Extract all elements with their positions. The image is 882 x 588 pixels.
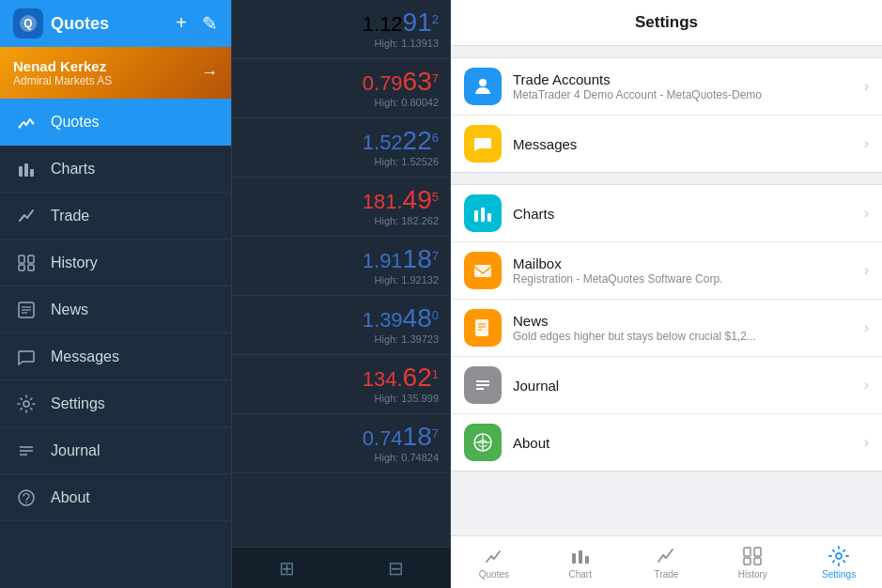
user-profile[interactable]: Nenad Kerkez Admiral Markets AS → (0, 47, 231, 99)
charts-content: Charts (513, 206, 864, 222)
settings-row-trade-accounts[interactable]: Trade Accounts MetaTrader 4 Demo Account… (451, 58, 882, 116)
tab-item-trade[interactable]: Trade (624, 541, 710, 583)
quote-sup-2: 7 (432, 71, 439, 85)
quote-sup-1: 2 (432, 12, 439, 26)
tab-settings-label: Settings (822, 569, 856, 580)
about-title: About (513, 435, 864, 451)
svg-rect-6 (30, 169, 34, 177)
settings-title: Settings (466, 13, 867, 32)
sidebar-item-journal[interactable]: Journal (0, 427, 231, 474)
tab-chart-icon (569, 545, 592, 567)
news-title: News (513, 313, 864, 329)
sidebar-item-journal-label: Journal (51, 442, 100, 459)
quote-integer-2: 0.79 (363, 71, 403, 95)
settings-icon (15, 393, 38, 415)
add-icon[interactable]: + (176, 12, 187, 35)
quote-pips-1: 91 (403, 8, 432, 37)
svg-text:Q: Q (23, 17, 32, 30)
news-arrow-icon: › (864, 319, 869, 336)
quotes-bar-icon-2[interactable]: ⊟ (388, 557, 404, 580)
tab-item-settings[interactable]: Settings (796, 541, 882, 583)
quotes-icon (15, 111, 38, 133)
svg-rect-26 (475, 319, 488, 336)
svg-rect-23 (481, 208, 485, 222)
sidebar-item-charts[interactable]: Charts (0, 146, 231, 193)
quote-item-8[interactable]: 0.74187 High: 0.74824 (232, 414, 450, 473)
svg-point-21 (479, 79, 487, 86)
mailbox-content: Mailbox Registration - MetaQuotes Softwa… (513, 255, 864, 286)
quote-item-5[interactable]: 1.91187 High: 1.92132 (232, 237, 450, 296)
svg-rect-25 (474, 265, 491, 277)
settings-group-2: Charts › Mailbox Registration - MetaQuot… (451, 184, 882, 472)
settings-row-journal[interactable]: Journal › (451, 357, 882, 414)
quote-item-6[interactable]: 1.39480 High: 1.39723 (232, 296, 450, 355)
charts-title: Charts (513, 206, 864, 222)
sidebar-item-history[interactable]: History (0, 240, 231, 286)
tab-quotes-label: Quotes (479, 569, 509, 580)
sidebar-item-history-label: History (51, 255, 98, 271)
mailbox-subtitle: Registration - MetaQuotes Software Corp. (513, 272, 864, 286)
sidebar-item-news[interactable]: News (0, 286, 231, 333)
tab-item-history[interactable]: History (709, 541, 796, 583)
sidebar-item-settings[interactable]: Settings (0, 380, 231, 427)
quote-pips-7: 62 (403, 363, 432, 392)
quote-sup-6: 0 (432, 308, 439, 322)
quote-item-2[interactable]: 0.79637 High: 0.80042 (232, 59, 450, 118)
quote-integer-6: 1.39 (363, 308, 403, 332)
sidebar-item-messages[interactable]: Messages (0, 333, 231, 380)
quotes-bar-icon-1[interactable]: ⊞ (279, 557, 295, 580)
svg-rect-4 (19, 166, 23, 177)
sidebar-item-messages-label: Messages (51, 348, 119, 365)
user-name: Nenad Kerkez (13, 58, 201, 74)
sidebar-item-quotes-label: Quotes (51, 114, 100, 131)
sidebar-header-icons: + ✎ (176, 12, 218, 35)
quote-item-4[interactable]: 181.495 High: 182.262 (232, 178, 450, 237)
sidebar-title: Quotes (51, 14, 109, 34)
user-arrow-icon: → (201, 63, 218, 83)
messages-title: Messages (513, 136, 864, 152)
sidebar-item-about[interactable]: About (0, 474, 231, 521)
quote-item-1[interactable]: 1.12912 High: 1.13913 (232, 0, 450, 59)
quote-pips-5: 18 (403, 244, 432, 273)
quote-price-7: 134.621 (363, 364, 439, 391)
sidebar-header: Q Quotes + ✎ (0, 0, 231, 47)
settings-row-about[interactable]: About › (451, 414, 882, 471)
settings-row-charts[interactable]: Charts › (451, 185, 882, 242)
sidebar-item-quotes[interactable]: Quotes (0, 99, 231, 146)
sidebar-item-trade[interactable]: Trade (0, 193, 231, 240)
quote-sup-3: 6 (432, 131, 439, 145)
tab-trade-label: Trade (655, 569, 679, 580)
mailbox-arrow-icon: › (864, 262, 869, 279)
settings-row-messages[interactable]: Messages › (451, 116, 882, 172)
mailbox-title: Mailbox (513, 255, 864, 271)
about-content: About (513, 435, 864, 451)
quote-item-3[interactable]: 1.52226 High: 1.52526 (232, 118, 450, 178)
settings-header: Settings (451, 0, 882, 46)
quote-high-4: High: 182.262 (375, 215, 440, 226)
journal-title: Journal (513, 378, 864, 394)
messages-icon (15, 346, 38, 368)
quotes-panel: 1.12912 High: 1.13913 0.79637 High: 0.80… (231, 0, 451, 588)
svg-rect-24 (487, 213, 491, 222)
quote-price-5: 1.91187 (363, 246, 439, 272)
tab-item-quotes[interactable]: Quotes (451, 541, 537, 583)
svg-rect-38 (585, 556, 589, 564)
sidebar: Q Quotes + ✎ Nenad Kerkez Admiral Market… (0, 0, 231, 588)
tab-quotes-icon (483, 545, 505, 567)
sidebar-item-news-label: News (51, 302, 88, 318)
quote-integer-5: 1.91 (363, 249, 403, 272)
quote-item-7[interactable]: 134.621 High: 135.999 (232, 355, 450, 414)
edit-icon[interactable]: ✎ (202, 12, 218, 35)
settings-row-news[interactable]: News Gold edges higher but stays below c… (451, 300, 882, 357)
quote-pips-6: 48 (403, 303, 432, 333)
quote-high-1: High: 1.13913 (375, 38, 440, 49)
sidebar-item-charts-label: Charts (51, 161, 95, 178)
quote-pips-2: 63 (403, 67, 432, 96)
tab-bar: Quotes Chart Trade History (451, 535, 882, 588)
tab-item-chart[interactable]: Chart (537, 541, 624, 583)
svg-rect-37 (579, 550, 582, 564)
settings-row-mailbox[interactable]: Mailbox Registration - MetaQuotes Softwa… (451, 242, 882, 300)
svg-point-3 (32, 121, 35, 124)
charts-arrow-icon: › (864, 205, 869, 222)
svg-rect-40 (754, 548, 761, 556)
